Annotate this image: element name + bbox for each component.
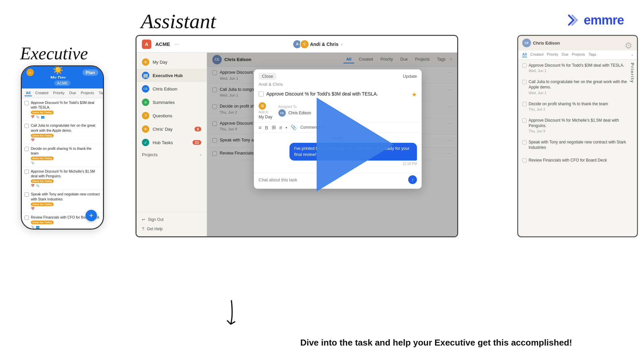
list-item[interactable]: Approve Discount % for Todd's $3M deal w… xyxy=(22,98,103,121)
task-checkbox[interactable] xyxy=(24,124,29,128)
list-item[interactable]: Decide on profit sharing % to thank the … xyxy=(22,144,103,167)
format-attach-icon[interactable]: 📎 xyxy=(290,124,297,130)
phone-mockup: ‹ ☀️ My Day Plan ACME All Created Priori… xyxy=(21,65,104,230)
sidebar-item-label: My Day xyxy=(153,60,167,65)
help-icon: ? xyxy=(142,227,144,231)
table-row[interactable]: Speak with Tony and negotiate new contra… xyxy=(518,136,637,154)
hubtasks-badge: 23 xyxy=(193,140,201,145)
format-list-icon[interactable]: ≡ xyxy=(259,125,262,130)
sidebar-projects[interactable]: Projects › xyxy=(137,149,207,160)
task-checkbox[interactable] xyxy=(24,101,29,105)
sidebar-gethelp-button[interactable]: ? Get Help xyxy=(137,224,207,234)
phone-tab-priority[interactable]: Priority xyxy=(52,90,66,96)
task-checkbox[interactable] xyxy=(24,147,29,151)
list-item[interactable]: Approve Discount % for Michelle's $1.5M … xyxy=(22,167,103,190)
sidebar-item-myday[interactable]: ☀ My Day xyxy=(137,55,207,69)
task-attachment-icon: 📎 xyxy=(31,161,35,165)
rp-task-checkbox[interactable] xyxy=(522,118,527,123)
rp-avatar: CE xyxy=(522,39,531,47)
modal-comments-button[interactable]: Comments ∨ xyxy=(300,125,324,130)
task-calendar-icon: 📅 xyxy=(31,184,35,187)
phone-tabs: All Created Priority Due Projects Tag▸ xyxy=(22,88,103,98)
task-text: Speak with Tony and negotiate new contra… xyxy=(31,192,100,201)
app-menu-dots[interactable]: ··· xyxy=(174,41,179,48)
sidebar-item-chrisdday[interactable]: ☀ Chris' Day 6 xyxy=(137,122,207,136)
phone-tab-due[interactable]: Due xyxy=(68,90,77,96)
add-task-button[interactable]: + xyxy=(86,210,97,221)
add-to-label: Add to xyxy=(259,110,272,114)
task-checkbox[interactable] xyxy=(24,216,29,220)
format-bullet-icon[interactable]: • xyxy=(285,125,287,130)
rp-more-icon[interactable]: › xyxy=(632,52,633,57)
format-table-icon[interactable]: ⊞ xyxy=(272,124,276,130)
table-row[interactable]: Approve Discount % for Todd's $3M deal w… xyxy=(518,60,637,76)
rp-tab-due[interactable]: Due xyxy=(561,52,568,57)
chat-header: A C Andi & Chris › xyxy=(183,40,452,49)
task-checkbox[interactable] xyxy=(24,192,29,197)
sidebar-signout-button[interactable]: ↩ Sign Out xyxy=(137,215,207,224)
phone-status-bar: ‹ ☀️ My Day Plan xyxy=(22,66,103,78)
modal-task-row: Approve Discount % for Todd's $3M deal w… xyxy=(254,89,422,101)
rp-tab-projects[interactable]: Projects xyxy=(572,52,585,57)
rp-task-checkbox[interactable] xyxy=(522,80,527,84)
task-text: Approve Discount % for Todd's $3M deal w… xyxy=(31,100,100,110)
chat-send-button[interactable]: ↑ xyxy=(408,175,417,184)
phone-tab-created[interactable]: Created xyxy=(34,90,50,96)
rp-header: CE Chris Edison xyxy=(518,36,637,50)
emmre-text: emmre xyxy=(584,13,624,27)
app-sidebar: ☀ My Day 🏢 Executive Hub CE Chris Edison… xyxy=(137,53,207,236)
table-row[interactable]: Decide on profit sharing % to thank the … xyxy=(518,98,637,115)
table-row[interactable]: Review Financials with CFO for Board Dec… xyxy=(518,155,637,167)
phone-tab-projects[interactable]: Projects xyxy=(79,90,96,96)
sidebar-item-executivehub[interactable]: 🏢 Executive Hub xyxy=(137,69,207,82)
task-attachment-icon: 📎 xyxy=(36,184,40,187)
sidebar-item-chrisedison[interactable]: CE Chris Edison xyxy=(137,82,207,96)
rp-task-content: Speak with Tony and negotiate new contra… xyxy=(529,139,633,151)
task-checkbox[interactable] xyxy=(24,170,29,174)
sidebar-item-questions[interactable]: ? Questions xyxy=(137,109,207,122)
task-badge: Done for Today xyxy=(31,202,54,206)
sidebar-item-label: Chris Edison xyxy=(153,86,177,92)
table-row[interactable]: Approve Discount % for Michelle's $1.5M … xyxy=(518,115,637,136)
chat-date-label: Today xyxy=(259,136,417,140)
phone-tab-tag[interactable]: Tag▸ xyxy=(97,90,104,96)
rp-task-title: Decide on profit sharing % to thank the … xyxy=(529,101,633,107)
rp-tab-all[interactable]: All xyxy=(522,52,527,57)
table-row[interactable]: Call Julia to congratulate her on the gr… xyxy=(518,76,637,98)
modal-task-title: Approve Discount % for Todd's $3M deal w… xyxy=(266,91,409,97)
rp-task-checkbox[interactable] xyxy=(522,140,527,144)
format-hash-icon[interactable]: # xyxy=(279,125,282,130)
phone-tab-all[interactable]: All xyxy=(24,90,32,96)
rp-task-checkbox[interactable] xyxy=(522,102,527,106)
task-badge: Done for Today xyxy=(31,111,54,114)
chevron-right-icon: › xyxy=(200,153,201,157)
signout-label: Sign Out xyxy=(148,217,164,222)
phone-acme-badge: ACME xyxy=(54,80,70,86)
chevron-right-icon: › xyxy=(341,42,342,47)
task-detail-modal: Close Update Andi & Chris Approve Discou… xyxy=(254,69,422,189)
rp-tab-priority[interactable]: Priority xyxy=(547,52,558,57)
rp-tab-created[interactable]: Created xyxy=(530,52,543,57)
modal-close-button[interactable]: Close xyxy=(259,73,276,80)
format-bold-icon[interactable]: B xyxy=(265,125,268,130)
task-calendar-icon: 📅 xyxy=(31,138,35,142)
modal-star-icon[interactable]: ★ xyxy=(412,91,417,98)
chat-input[interactable] xyxy=(259,177,406,182)
modal-input-row: ↑ xyxy=(254,173,422,185)
modal-task-checkbox[interactable] xyxy=(259,92,264,97)
list-item[interactable]: Call Julia to congratulate her on the gr… xyxy=(22,121,103,144)
phone-back-button[interactable]: ‹ xyxy=(26,69,34,76)
phone-plan-button[interactable]: Plan xyxy=(83,69,98,76)
sidebar-item-hubtasks[interactable]: ✓ Hub Tasks 23 xyxy=(137,136,207,149)
signout-icon: ↩ xyxy=(142,217,145,222)
chat-participants-name: Andi & Chris xyxy=(310,42,338,47)
list-item[interactable]: Speak with Tony and negotiate new contra… xyxy=(22,190,103,213)
modal-update-button[interactable]: Update xyxy=(403,74,417,79)
rp-task-checkbox[interactable] xyxy=(522,158,527,163)
rp-task-checkbox[interactable] xyxy=(522,63,527,68)
rp-tab-tags[interactable]: Tags xyxy=(588,52,596,57)
rp-task-content: Call Julia to congratulate her on the gr… xyxy=(529,79,633,95)
modal-toolbar: ≡ B ⊞ # • 📎 Comments ∨ xyxy=(254,122,422,133)
sidebar-item-summaries[interactable]: ≡ Summaries xyxy=(137,96,207,109)
myday-icon: ☀ xyxy=(142,58,149,66)
